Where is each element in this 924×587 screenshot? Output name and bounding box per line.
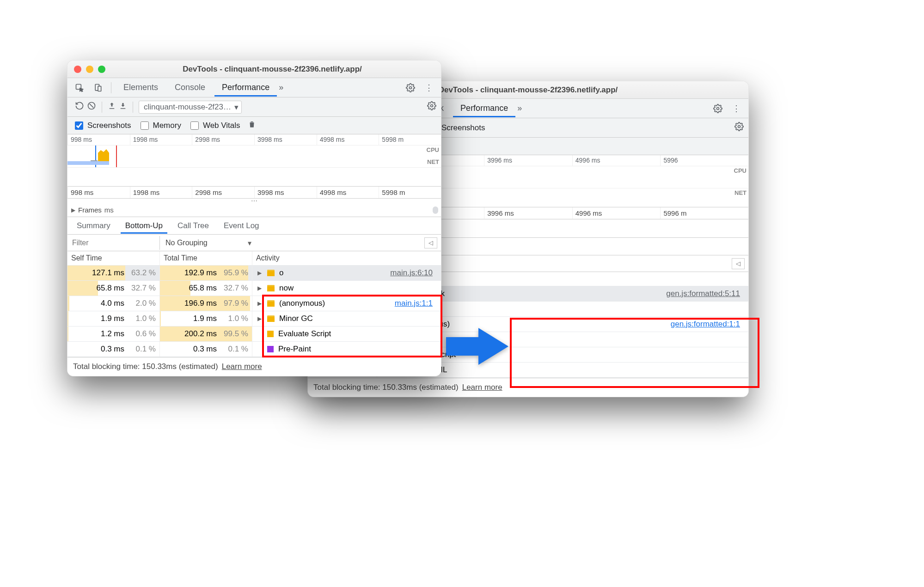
- inspect-icon[interactable]: [71, 79, 88, 96]
- traffic-lights[interactable]: [74, 66, 105, 73]
- footer: Total blocking time: 150.33ms (estimated…: [67, 357, 441, 376]
- perf-toolbar: clinquant-mousse-2f23…: [67, 97, 441, 117]
- reload-icon[interactable]: [75, 101, 84, 113]
- minimize-icon[interactable]: [86, 66, 93, 73]
- table-row[interactable]: 127.1 ms63.2 %192.9 ms95.9 %▶omain.js:6:…: [67, 266, 441, 281]
- close-icon[interactable]: [74, 66, 81, 73]
- gear-icon[interactable]: [734, 122, 744, 133]
- net-label: NET: [427, 158, 439, 165]
- source-link[interactable]: gen.js:formatted:1:1: [671, 320, 745, 329]
- subtab-calltree[interactable]: Call Tree: [173, 218, 214, 234]
- expand-icon[interactable]: ▶: [256, 285, 263, 291]
- collapse-icon[interactable]: ◁: [424, 237, 437, 248]
- activity-name: now: [279, 284, 294, 293]
- device-icon[interactable]: [90, 79, 106, 96]
- filter-input[interactable]: [67, 236, 160, 250]
- tick: 5996 m: [660, 207, 748, 219]
- more-tabs-icon[interactable]: »: [279, 83, 283, 92]
- self-pct: 0.1 %: [130, 345, 156, 354]
- gear-icon[interactable]: [427, 101, 436, 113]
- self-pct: 2.0 %: [130, 299, 156, 308]
- gear-icon[interactable]: [710, 100, 726, 117]
- svg-point-0: [717, 107, 719, 109]
- subtab-summary[interactable]: Summary: [72, 218, 115, 234]
- overview-timeline[interactable]: 998 ms 1998 ms 2998 ms 3998 ms 4998 ms 5…: [67, 134, 441, 187]
- col-self[interactable]: Self Time: [67, 251, 160, 265]
- net-bar: [67, 161, 109, 165]
- self-pct: 0.6 %: [130, 329, 156, 339]
- total-ms: 196.9 ms: [177, 299, 217, 308]
- tab-console[interactable]: Console: [167, 79, 213, 97]
- tick: 3996 ms: [484, 207, 572, 219]
- chevron-right-icon[interactable]: ▶: [71, 207, 75, 213]
- folder-icon: [267, 285, 275, 291]
- expand-icon[interactable]: ▶: [256, 315, 263, 322]
- scrollbar-thumb[interactable]: [433, 206, 438, 214]
- table-row[interactable]: 1.9 ms1.0 %1.9 ms1.0 %▶Minor GC: [67, 311, 441, 327]
- self-pct: 32.7 %: [130, 284, 156, 293]
- learn-more-link[interactable]: Learn more: [222, 362, 262, 371]
- self-ms: 4.0 ms: [85, 299, 124, 308]
- zoom-icon[interactable]: [98, 66, 105, 73]
- grouping-dropdown[interactable]: No Grouping: [160, 239, 421, 247]
- table-row[interactable]: 0.3 ms0.1 %0.3 ms0.1 %Pre-Paint: [67, 342, 441, 357]
- total-pct: 0.1 %: [222, 345, 248, 354]
- col-total[interactable]: Total Time: [160, 251, 252, 265]
- tab-performance[interactable]: Performance: [214, 79, 277, 97]
- source-link[interactable]: gen.js:formatted:5:11: [666, 289, 745, 298]
- cpu-label: CPU: [427, 146, 439, 153]
- col-activity[interactable]: Activity: [252, 251, 441, 265]
- kebab-icon[interactable]: ⋮: [728, 100, 745, 117]
- expand-icon[interactable]: ▶: [256, 270, 263, 276]
- target-dropdown[interactable]: clinquant-mousse-2f23…: [139, 101, 242, 114]
- source-link[interactable]: main.js:1:1: [395, 299, 437, 308]
- tick: 5998 m: [379, 187, 441, 198]
- ellipsis: ⋯: [67, 199, 441, 203]
- frames-row[interactable]: ▶ Frames ms: [67, 203, 441, 217]
- self-ms: 127.1 ms: [85, 268, 124, 278]
- table-row[interactable]: 1.2 ms0.6 %200.2 ms99.5 %Evaluate Script: [67, 327, 441, 342]
- self-ms: 1.2 ms: [85, 329, 124, 339]
- total-pct: 97.9 %: [222, 299, 248, 308]
- learn-more-link[interactable]: Learn more: [462, 383, 502, 392]
- category-icon: [267, 346, 274, 352]
- screenshots-check[interactable]: Screenshots: [73, 120, 131, 131]
- svg-point-5: [410, 86, 412, 89]
- kebab-icon[interactable]: ⋮: [421, 79, 437, 96]
- subtab-bottomup[interactable]: Bottom-Up: [121, 218, 167, 234]
- download-icon[interactable]: [119, 102, 127, 112]
- vitals-check[interactable]: Web Vitals: [189, 120, 240, 131]
- source-link[interactable]: main.js:6:10: [390, 268, 437, 278]
- tick: 4996 ms: [572, 207, 661, 219]
- window-title: DevTools - clinquant-mousse-2f2396.netli…: [110, 65, 434, 74]
- total-ms: 192.9 ms: [177, 268, 217, 278]
- upload-icon[interactable]: [108, 102, 116, 112]
- bottomup-table: Self Time Total Time Activity 127.1 ms63…: [67, 251, 441, 357]
- tab-elements[interactable]: Elements: [116, 79, 165, 97]
- trash-icon[interactable]: [248, 120, 256, 131]
- gear-icon[interactable]: [402, 79, 419, 96]
- collapse-icon[interactable]: ◁: [732, 258, 745, 269]
- footer: Total blocking time: 150.33ms (estimated…: [308, 378, 748, 397]
- total-ms: 65.8 ms: [177, 284, 217, 293]
- total-pct: 1.0 %: [222, 314, 248, 323]
- tab-performance[interactable]: Performance: [453, 99, 515, 117]
- cpu-label: CPU: [734, 167, 747, 174]
- tick: 998 ms: [67, 187, 130, 198]
- table-row[interactable]: 65.8 ms32.7 %65.8 ms32.7 %▶now: [67, 281, 441, 296]
- expand-icon[interactable]: ▶: [256, 300, 263, 307]
- folder-icon: [267, 315, 275, 322]
- self-pct: 1.0 %: [130, 314, 156, 323]
- more-tabs-icon[interactable]: »: [517, 103, 522, 113]
- subtab-eventlog[interactable]: Event Log: [219, 218, 264, 234]
- memory-check[interactable]: Memory: [139, 120, 181, 131]
- svg-point-1: [738, 126, 740, 128]
- activity-name: Minor GC: [279, 314, 313, 323]
- annotation-arrow: [446, 326, 511, 369]
- clear-icon[interactable]: [87, 101, 96, 113]
- tick: 1998 ms: [130, 134, 192, 145]
- total-pct: 32.7 %: [222, 284, 248, 293]
- tick: 2998 ms: [192, 134, 254, 145]
- table-row[interactable]: 4.0 ms2.0 %196.9 ms97.9 %▶(anonymous)mai…: [67, 296, 441, 311]
- total-pct: 99.5 %: [222, 329, 248, 339]
